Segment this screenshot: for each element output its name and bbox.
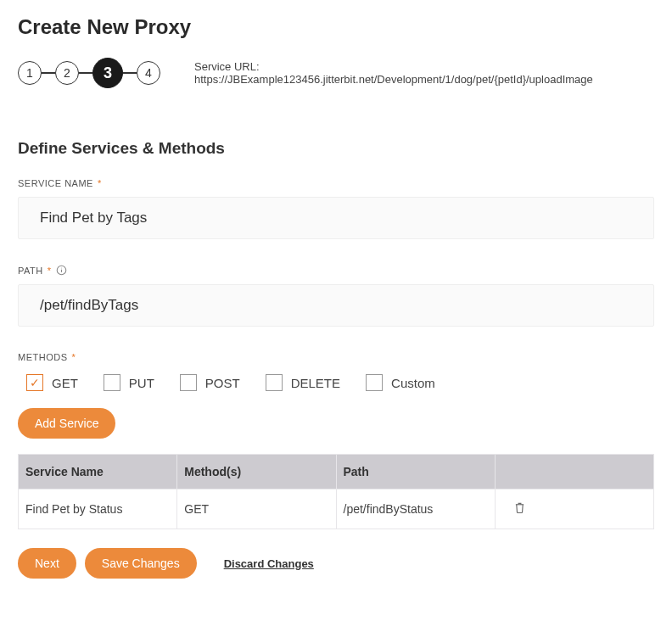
th-service-name: Service Name	[19, 455, 177, 489]
service-name-label-text: SERVICE NAME	[18, 178, 93, 188]
th-path: Path	[336, 455, 495, 489]
step-1[interactable]: 1	[18, 61, 42, 85]
cell-path: /pet/findByStatus	[336, 489, 495, 529]
header-row: 1 2 3 4 Service URL: https://JBExample12…	[18, 58, 654, 88]
services-table: Service Name Method(s) Path Find Pet by …	[18, 454, 654, 529]
method-checkbox-delete[interactable]: DELETE	[266, 374, 340, 391]
required-star: *	[98, 178, 102, 188]
method-checkbox-custom[interactable]: Custom	[366, 374, 435, 391]
methods-group: METHODS* ✓ GET PUT POST DELETE Custom	[18, 352, 654, 391]
path-label-text: PATH	[18, 266, 43, 276]
checkbox-box[interactable]	[180, 374, 197, 391]
table-row: Find Pet by Status GET /pet/findByStatus	[19, 489, 654, 529]
svg-point-2	[61, 267, 62, 268]
wizard-stepper: 1 2 3 4	[18, 58, 160, 88]
step-connector	[123, 72, 137, 74]
method-checkbox-put[interactable]: PUT	[104, 374, 154, 391]
service-name-label: SERVICE NAME*	[18, 178, 654, 188]
step-2[interactable]: 2	[55, 61, 79, 85]
section-title: Define Services & Methods	[18, 139, 654, 158]
save-changes-button[interactable]: Save Changes	[85, 548, 197, 579]
cell-methods: GET	[177, 489, 336, 529]
footer-actions: Next Save Changes Discard Changes	[18, 548, 654, 579]
table-header-row: Service Name Method(s) Path	[19, 455, 654, 489]
methods-row: ✓ GET PUT POST DELETE Custom	[26, 374, 654, 391]
checkbox-label: Custom	[391, 376, 435, 390]
trash-icon[interactable]	[502, 503, 525, 517]
methods-label: METHODS*	[18, 352, 654, 362]
checkbox-label: PUT	[129, 376, 154, 390]
method-checkbox-get[interactable]: ✓ GET	[26, 374, 78, 391]
step-connector	[79, 72, 92, 74]
checkbox-label: POST	[205, 376, 240, 390]
required-star: *	[48, 266, 52, 276]
service-url-value: https://JBExample123456.jitterbit.net/De…	[194, 73, 593, 86]
checkbox-box[interactable]: ✓	[26, 374, 43, 391]
next-button[interactable]: Next	[18, 548, 76, 579]
path-group: PATH*	[18, 265, 654, 327]
step-connector	[42, 72, 55, 74]
service-url-display: Service URL: https://JBExample123456.jit…	[194, 60, 654, 86]
check-icon: ✓	[30, 377, 40, 389]
service-name-input[interactable]	[18, 197, 654, 239]
checkbox-box[interactable]	[104, 374, 120, 391]
method-checkbox-post[interactable]: POST	[180, 374, 240, 391]
page-title: Create New Proxy	[18, 15, 654, 39]
path-label: PATH*	[18, 265, 654, 276]
checkbox-box[interactable]	[266, 374, 283, 391]
service-url-label: Service URL:	[194, 60, 260, 73]
checkbox-box[interactable]	[366, 374, 383, 391]
step-3[interactable]: 3	[92, 58, 123, 88]
step-4[interactable]: 4	[137, 61, 160, 85]
discard-changes-link[interactable]: Discard Changes	[224, 557, 314, 570]
checkbox-label: GET	[52, 376, 78, 390]
th-methods: Method(s)	[177, 455, 336, 489]
required-star: *	[72, 352, 76, 362]
cell-service-name: Find Pet by Status	[19, 489, 177, 529]
path-input[interactable]	[18, 284, 654, 327]
service-name-group: SERVICE NAME*	[18, 178, 654, 239]
info-icon[interactable]	[56, 265, 67, 276]
cell-actions	[495, 489, 653, 529]
th-actions	[495, 455, 653, 489]
checkbox-label: DELETE	[291, 376, 340, 390]
methods-label-text: METHODS	[18, 352, 68, 362]
add-service-button[interactable]: Add Service	[18, 408, 115, 439]
